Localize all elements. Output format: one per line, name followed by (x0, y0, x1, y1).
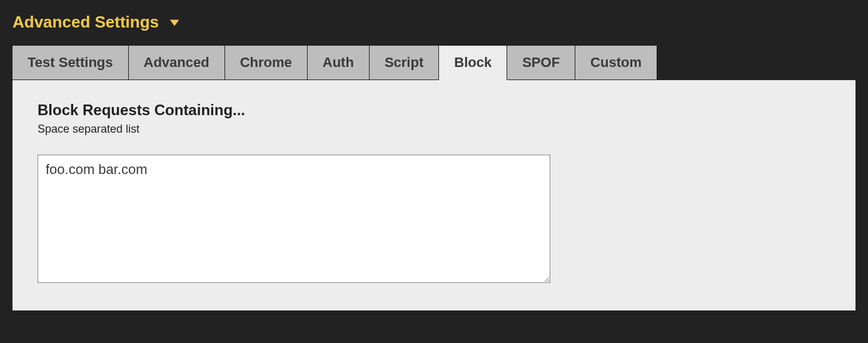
tab-custom[interactable]: Custom (575, 46, 657, 80)
advanced-settings-toggle[interactable]: Advanced Settings (13, 13, 181, 32)
tab-advanced[interactable]: Advanced (129, 46, 225, 80)
tab-chrome[interactable]: Chrome (225, 46, 308, 80)
block-panel-heading: Block Requests Containing... (38, 101, 830, 119)
advanced-settings-title: Advanced Settings (13, 13, 159, 32)
caret-down-icon (168, 16, 181, 29)
block-requests-input[interactable] (38, 155, 550, 283)
tab-script[interactable]: Script (370, 46, 439, 80)
tab-spof[interactable]: SPOF (507, 46, 575, 80)
tab-auth[interactable]: Auth (308, 46, 370, 80)
settings-tabs: Test Settings Advanced Chrome Auth Scrip… (13, 46, 855, 80)
block-panel-subheading: Space separated list (38, 123, 830, 136)
block-panel: Block Requests Containing... Space separ… (13, 80, 855, 310)
tab-test-settings[interactable]: Test Settings (13, 46, 129, 80)
tab-block[interactable]: Block (439, 46, 507, 80)
